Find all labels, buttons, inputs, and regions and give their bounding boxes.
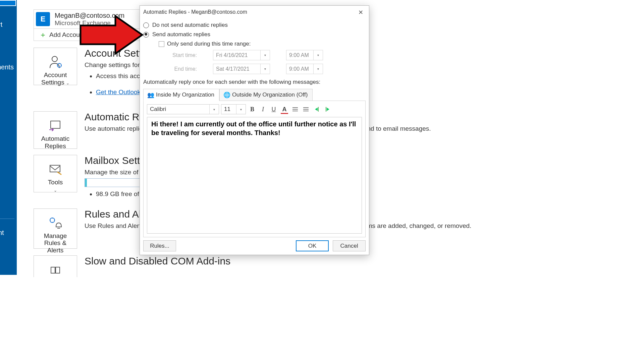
checkbox-icon [159, 41, 164, 47]
section-title-slow: Slow and Disabled COM Add-ins [85, 255, 503, 267]
dialog-titlebar: Automatic Replies - MeganB@contoso.com [140, 6, 369, 18]
message-editor[interactable]: Hi there! I am currently out of the offi… [147, 117, 362, 234]
font-family-combo[interactable]: Calibri ▾ [147, 104, 219, 114]
end-time-combo[interactable]: 9:00 AM▾ [286, 64, 323, 74]
radio-send[interactable]: Send automatic replies [143, 31, 366, 38]
outdent-button[interactable] [312, 105, 321, 114]
addins-icon [49, 264, 62, 276]
chevron-down-icon[interactable]: ▾ [260, 64, 270, 74]
card-tools[interactable]: Tools⌄ [34, 155, 77, 192]
bullet-list-button[interactable] [291, 105, 300, 114]
radio-off-label: Do not send automatic replies [152, 22, 228, 28]
reply-instruction-label: Automatically reply once for each sender… [143, 79, 366, 85]
numbered-list-button[interactable] [302, 105, 310, 114]
chevron-down-icon[interactable]: ▾ [260, 50, 270, 60]
font-size-combo[interactable]: 11 ▾ [221, 104, 246, 114]
card-manage-rules[interactable]: ManageRules & Alerts [34, 208, 77, 249]
globe-icon: 🌐 [224, 93, 229, 98]
tab-outside-org[interactable]: 🌐 Outside My Organization (Off) [219, 89, 313, 101]
card-slow-addins[interactable] [34, 255, 77, 277]
radio-on-label: Send automatic replies [152, 31, 210, 38]
outlook-nav-sidebar: ort nents nt [0, 0, 17, 275]
plus-icon: ＋ [39, 30, 47, 40]
message-text: Hi there! I am currently out of the offi… [151, 120, 358, 137]
add-account-label: Add Account [49, 31, 85, 39]
chevron-down-icon[interactable]: ▾ [313, 50, 323, 60]
tab-inside-org[interactable]: 👥 Inside My Organization [143, 89, 219, 101]
nav-fragment-2: nents [0, 63, 14, 71]
card-automatic-replies[interactable]: AutomaticReplies [34, 111, 77, 149]
chevron-down-icon[interactable]: ▾ [236, 105, 246, 114]
rules-alerts-icon [47, 216, 63, 230]
automatic-replies-dialog: Automatic Replies - MeganB@contoso.com ✕… [140, 5, 369, 255]
radio-on-icon [143, 32, 149, 38]
nav-separator [0, 219, 14, 219]
card-account-settings-label: AccountSettings ⌄ [41, 71, 69, 86]
account-email: MeganB@contoso.com [55, 12, 124, 19]
underline-button[interactable]: U [269, 105, 278, 114]
card-manage-rules-label: ManageRules & Alerts [37, 232, 74, 254]
start-date-combo[interactable]: Fri 4/16/2021▾ [213, 50, 270, 60]
italic-button[interactable]: I [259, 105, 267, 114]
svg-rect-3 [50, 165, 60, 172]
card-tools-label: Tools⌄ [48, 179, 63, 193]
font-color-button[interactable]: A [280, 105, 289, 114]
nav-selected-block [0, 0, 16, 6]
svg-point-4 [50, 218, 55, 223]
svg-rect-6 [56, 267, 60, 273]
bold-button[interactable]: B [248, 105, 257, 114]
close-button[interactable]: ✕ [354, 8, 367, 17]
editor-toolbar: Calibri ▾ 11 ▾ B I U A [147, 103, 362, 117]
radio-off-icon [143, 22, 149, 28]
cancel-button[interactable]: Cancel [333, 240, 366, 251]
svg-rect-5 [51, 267, 55, 273]
card-automatic-replies-label: AutomaticReplies [41, 135, 69, 150]
dialog-title: Automatic Replies - MeganB@contoso.com [143, 9, 247, 15]
rules-button[interactable]: Rules... [143, 240, 176, 251]
add-account-button[interactable]: ＋ Add Account [34, 29, 93, 41]
chevron-down-icon: ⌄ [54, 188, 57, 193]
exchange-logo-icon: E [36, 12, 50, 26]
mailbox-tools-icon [47, 162, 63, 177]
ok-button[interactable]: OK [296, 240, 329, 251]
checkbox-label: Only send during this time range: [167, 41, 251, 47]
end-time-label: End time: [165, 66, 197, 72]
end-date-combo[interactable]: Sat 4/17/2021▾ [213, 64, 270, 74]
tab-bar: 👥 Inside My Organization 🌐 Outside My Or… [143, 89, 366, 101]
checkbox-time-range[interactable]: Only send during this time range: [159, 41, 366, 47]
chevron-down-icon[interactable]: ▾ [209, 105, 219, 114]
indent-button[interactable] [323, 105, 332, 114]
account-type: Microsoft Exchange [55, 19, 124, 27]
svg-rect-2 [51, 121, 60, 128]
editor-panel: Calibri ▾ 11 ▾ B I U A Hi there! I am cu… [143, 101, 366, 237]
chevron-down-icon: ⌄ [66, 81, 69, 85]
radio-do-not-send[interactable]: Do not send automatic replies [143, 22, 366, 28]
person-gear-icon [47, 55, 63, 69]
svg-point-0 [52, 56, 57, 62]
start-time-label: Start time: [165, 52, 197, 58]
chevron-down-icon[interactable]: ▾ [313, 64, 323, 74]
card-account-settings[interactable]: AccountSettings ⌄ [34, 48, 77, 85]
people-icon: 👥 [148, 93, 153, 98]
nav-fragment-1: ort [0, 21, 2, 28]
start-time-combo[interactable]: 9:00 AM▾ [286, 50, 323, 60]
nav-fragment-3: nt [0, 229, 4, 237]
auto-reply-icon [47, 118, 63, 133]
